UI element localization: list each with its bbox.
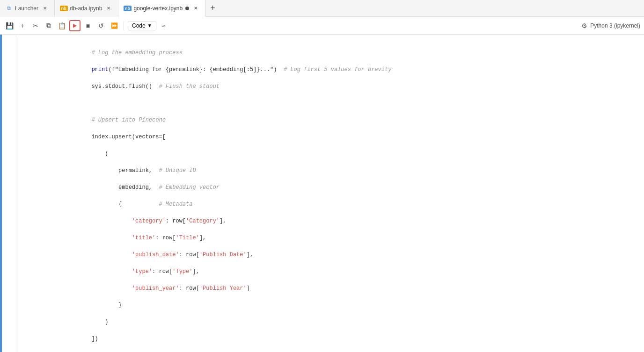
- notebook-content[interactable]: # Log the embedding process print(f"Embe…: [16, 35, 644, 352]
- main-layout: # Log the embedding process print(f"Embe…: [0, 35, 644, 352]
- tab-db-ada-label: db-ada.ipynb: [70, 5, 102, 12]
- tab-launcher-close[interactable]: ✕: [41, 5, 49, 12]
- left-gutter: [0, 35, 16, 352]
- kernel-label: Python 3 (ipykernel): [590, 22, 640, 29]
- code-line: permalink, # Unique ID: [51, 167, 196, 174]
- new-tab-button[interactable]: +: [205, 0, 220, 17]
- code-line: { # Metadata: [51, 201, 192, 208]
- tab-google-vertex-close[interactable]: ✕: [192, 5, 199, 12]
- cut-button[interactable]: ✂: [30, 20, 41, 31]
- code-cell: # Log the embedding process print(f"Embe…: [16, 35, 644, 352]
- cell-type-dropdown[interactable]: Code ▼: [128, 21, 156, 30]
- code-line: }: [51, 302, 122, 309]
- code-comment: # Log the embedding process: [51, 50, 183, 56]
- code-line: 'publish_date': row['Publish Date'],: [51, 251, 253, 258]
- code-line: ]): [51, 336, 98, 342]
- unsaved-dot: [185, 7, 189, 10]
- code-line: 'title': row['Title'],: [51, 235, 206, 241]
- toolbar-separator: [124, 21, 124, 30]
- code-area[interactable]: # Log the embedding process print(f"Embe…: [51, 38, 642, 352]
- active-cell-indicator: [0, 35, 2, 352]
- add-cell-button[interactable]: +: [17, 20, 28, 31]
- save-button[interactable]: 💾: [4, 20, 15, 31]
- code-comment: # Upsert into Pinecone: [51, 117, 166, 123]
- paste-button[interactable]: 📋: [56, 20, 67, 31]
- cell-content: # Log the embedding process print(f"Embe…: [49, 35, 644, 352]
- tab-google-vertex-label: google-vertex.ipynb: [133, 5, 183, 12]
- format-button[interactable]: ≈: [158, 20, 169, 31]
- chevron-down-icon: ▼: [147, 23, 152, 28]
- tab-db-ada-close[interactable]: ✕: [105, 5, 112, 12]
- run-all-button[interactable]: ⏩: [109, 20, 120, 31]
- restart-button[interactable]: ↺: [95, 20, 107, 31]
- code-line: (: [51, 151, 108, 157]
- gear-icon: ⚙: [581, 22, 587, 29]
- code-line: sys.stdout.flush() # Flush the stdout: [51, 83, 220, 90]
- code-line: 'category': row['Category'],: [51, 218, 226, 224]
- launcher-icon: ⧉: [6, 5, 12, 12]
- notebook-orange-icon: nb: [60, 5, 67, 12]
- tab-google-vertex[interactable]: nb google-vertex.ipynb ✕: [118, 0, 205, 17]
- code-line: index.upsert(vectors=[: [51, 134, 166, 140]
- code-line: print(f"Embedding for {permalink}: {embe…: [51, 66, 391, 73]
- code-line: 'publish_year': row['Publish Year']: [51, 285, 250, 292]
- tab-launcher[interactable]: ⧉ Launcher ✕: [0, 0, 55, 17]
- toolbar: 💾 + ✂ ⧉ 📋 ■ ↺ ⏩ Code ▼ ≈ ⚙ Python 3 (ipy…: [0, 17, 644, 35]
- kernel-info: ⚙ Python 3 (ipykernel): [581, 22, 640, 29]
- tab-launcher-label: Launcher: [15, 5, 38, 12]
- cell-gutter: [16, 35, 49, 352]
- code-line: 'type': row['Type'],: [51, 268, 199, 275]
- copy-button[interactable]: ⧉: [43, 20, 54, 31]
- notebook-blue-icon: nb: [124, 5, 131, 12]
- cell-type-label: Code: [132, 22, 146, 29]
- tab-bar: ⧉ Launcher ✕ nb db-ada.ipynb ✕ nb google…: [0, 0, 644, 17]
- tab-db-ada[interactable]: nb db-ada.ipynb ✕: [55, 0, 118, 17]
- code-line: embedding, # Embedding vector: [51, 184, 220, 191]
- code-line: ): [51, 319, 108, 325]
- stop-button[interactable]: ■: [82, 20, 94, 31]
- run-button[interactable]: [69, 20, 80, 31]
